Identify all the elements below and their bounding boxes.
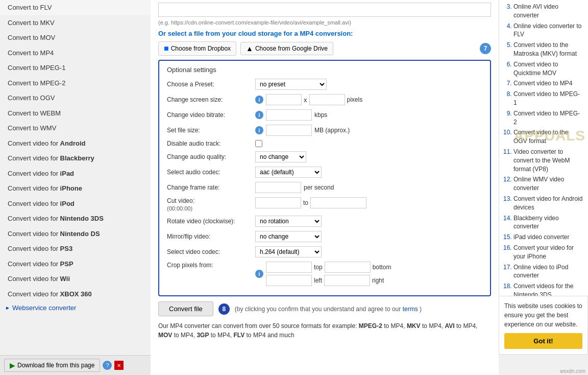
cut-video-control: to xyxy=(255,197,482,208)
mirror-control: no change xyxy=(255,231,482,242)
crop-inputs: top bottom left right xyxy=(266,262,391,286)
video-codec-row: Select video codec: h.264 (default) xyxy=(167,246,482,257)
sidebar-item-mpeg1[interactable]: Convert to MPEG-1 xyxy=(0,60,151,76)
sidebar-item-ipod[interactable]: Convert video for iPod xyxy=(0,196,151,212)
mirror-select[interactable]: no change xyxy=(255,231,322,242)
rotate-label: Rotate video (clockwise): xyxy=(167,218,251,225)
description-text: Our MP4 converter can convert from over … xyxy=(158,321,491,340)
audio-quality-row: Change audio quality: no change xyxy=(167,151,482,162)
dropbox-button[interactable]: ■ Choose from Dropbox xyxy=(158,41,236,56)
right-sidebar-item-4[interactable]: Online video converter to FLV xyxy=(513,22,583,39)
file-size-info-icon[interactable]: i xyxy=(255,126,263,134)
bitrate-control: i kbps xyxy=(255,109,482,121)
url-input-row xyxy=(158,3,491,17)
video-codec-label: Select video codec: xyxy=(167,248,251,255)
download-label: Download file from this page xyxy=(17,362,94,369)
bitrate-row: Change video bitrate: i kbps xyxy=(167,109,482,121)
sidebar-item-mpeg2[interactable]: Convert to MPEG-2 xyxy=(0,76,151,91)
sidebar-item-iphone[interactable]: Convert video for iPhone xyxy=(0,181,151,196)
sidebar-item-wii[interactable]: Convert video for Wii xyxy=(0,271,151,287)
bitrate-input[interactable] xyxy=(266,109,312,121)
right-sidebar-item-15[interactable]: iPad video converter xyxy=(513,233,583,242)
audio-track-control xyxy=(255,140,482,147)
right-sidebar-item-16[interactable]: Convert your video for your iPhone xyxy=(513,244,583,261)
crop-row: Crop pixels from: i top bottom xyxy=(167,262,482,286)
right-sidebar-item-14[interactable]: Blackberry video converter xyxy=(513,214,583,231)
file-size-input[interactable] xyxy=(266,125,312,136)
right-sidebar-item-17[interactable]: Online video to iPod converter xyxy=(513,263,583,280)
preset-select[interactable]: no preset xyxy=(255,79,327,90)
terms-link[interactable]: terms xyxy=(403,306,418,313)
cut-end-input[interactable] xyxy=(310,197,366,208)
sidebar-item-psp[interactable]: Convert video for PSP xyxy=(0,256,151,272)
right-sidebar-item-10[interactable]: Convert video to the OGV format xyxy=(513,128,583,146)
sidebar-item-nintendo3ds[interactable]: Convert video for Nintendo 3DS xyxy=(0,211,151,226)
audio-quality-control: no change xyxy=(255,151,482,162)
audio-codec-select[interactable]: aac (default) xyxy=(255,167,322,178)
crop-bottom-input[interactable] xyxy=(325,262,371,273)
audio-track-label: Disable audio track: xyxy=(167,140,251,147)
size-inputs: x pixels xyxy=(266,94,362,105)
audio-quality-select[interactable]: no change xyxy=(255,151,306,162)
url-input[interactable] xyxy=(158,3,491,17)
right-sidebar-item-3[interactable]: Online AVI video converter xyxy=(513,3,583,20)
sidebar-item-blackberry[interactable]: Convert video for Blackberry xyxy=(0,151,151,166)
screen-width-input[interactable] xyxy=(266,94,302,105)
sidebar-item-mp4[interactable]: Convert to MP4 xyxy=(0,45,151,61)
frame-rate-row: Change frame rate: per second xyxy=(167,182,482,193)
sidebar-item-flv[interactable]: Convert to FLV xyxy=(0,0,151,15)
crop-control: i top bottom left xyxy=(255,262,482,286)
sidebar-item-webm[interactable]: Convert to WEBM xyxy=(0,106,151,121)
sidebar-item-mkv[interactable]: Convert to MKV xyxy=(0,15,151,31)
sidebar-item-mov[interactable]: Convert to MOV xyxy=(0,30,151,45)
right-sidebar-item-8[interactable]: Convert video to MPEG-1 xyxy=(513,90,583,107)
crop-top-input[interactable] xyxy=(266,262,312,273)
bitrate-info-icon[interactable]: i xyxy=(255,111,263,119)
frame-rate-label: Change frame rate: xyxy=(167,184,251,191)
cut-start-input[interactable] xyxy=(255,197,301,208)
sidebar-item-ps3[interactable]: Convert video for PS3 xyxy=(0,241,151,256)
help-icon[interactable]: ? xyxy=(103,361,112,370)
help-badge-7[interactable]: 7 xyxy=(480,43,491,54)
screen-size-info-icon[interactable]: i xyxy=(255,96,263,104)
screen-height-input[interactable] xyxy=(309,94,345,105)
convert-button[interactable]: Convert file xyxy=(158,301,213,316)
crop-left-input[interactable] xyxy=(266,275,312,286)
sidebar-item-wmv[interactable]: Convert to WMV xyxy=(0,121,151,136)
crop-info-icon[interactable]: i xyxy=(255,270,263,278)
right-sidebar-item-5[interactable]: Convert video to the Matroska (MKV) form… xyxy=(513,41,583,58)
cookie-accept-button[interactable]: Got it! xyxy=(504,333,582,349)
crop-top-label: top xyxy=(314,264,323,271)
sidebar-item-xbox360[interactable]: Convert video for XBOX 360 xyxy=(0,287,151,302)
sidebar-section-webservice[interactable]: ► Webservice converter xyxy=(0,301,151,314)
gdrive-button[interactable]: ▲ Choose from Google Drive xyxy=(240,42,333,55)
right-sidebar-item-11[interactable]: Video converter to convert to the WebM f… xyxy=(513,148,583,173)
right-sidebar-item-12[interactable]: Online WMV video converter xyxy=(513,175,583,193)
sidebar-item-nintendods[interactable]: Convert video for Nintendo DS xyxy=(0,226,151,242)
crop-left-label: left xyxy=(314,277,322,284)
sidebar-item-android[interactable]: Convert video for Android xyxy=(0,136,151,151)
mirror-row: Mirror/flip video: no change xyxy=(167,231,482,242)
sidebar-item-ogv[interactable]: Convert to OGV xyxy=(0,90,151,106)
watermark: wsxdn.com xyxy=(560,368,585,374)
video-codec-select[interactable]: h.264 (default) xyxy=(255,246,322,257)
audio-track-checkbox[interactable] xyxy=(255,140,262,147)
right-sidebar-item-9[interactable]: Convert video to MPEG-2 xyxy=(513,109,583,127)
right-sidebar-item-7[interactable]: Convert video to MP4 xyxy=(513,79,583,88)
crop-bottom-row: left right xyxy=(266,275,391,286)
frame-rate-input[interactable] xyxy=(255,182,301,193)
crop-right-input[interactable] xyxy=(324,275,370,286)
convert-note: (by clicking you confirm that you unders… xyxy=(235,306,422,313)
crop-top-row: top bottom xyxy=(266,262,391,273)
bitrate-label: Change video bitrate: xyxy=(167,111,251,119)
preset-label: Choose a Preset: xyxy=(167,81,251,88)
sidebar-item-ipad[interactable]: Convert video for iPad xyxy=(0,166,151,181)
close-icon[interactable]: ✕ xyxy=(114,361,124,370)
screen-size-control: i x pixels xyxy=(255,94,482,105)
right-sidebar-item-13[interactable]: Convert video for Android devices xyxy=(513,195,583,212)
download-button[interactable]: ▶ Download file from this page xyxy=(4,359,100,372)
right-sidebar-item-6[interactable]: Convert video to Quicktime MOV xyxy=(513,60,583,78)
chevron-right-icon: ► xyxy=(5,305,10,311)
rotate-select[interactable]: no rotation xyxy=(255,216,322,227)
cut-video-label: Cut video: (00:00:00) xyxy=(167,197,251,212)
